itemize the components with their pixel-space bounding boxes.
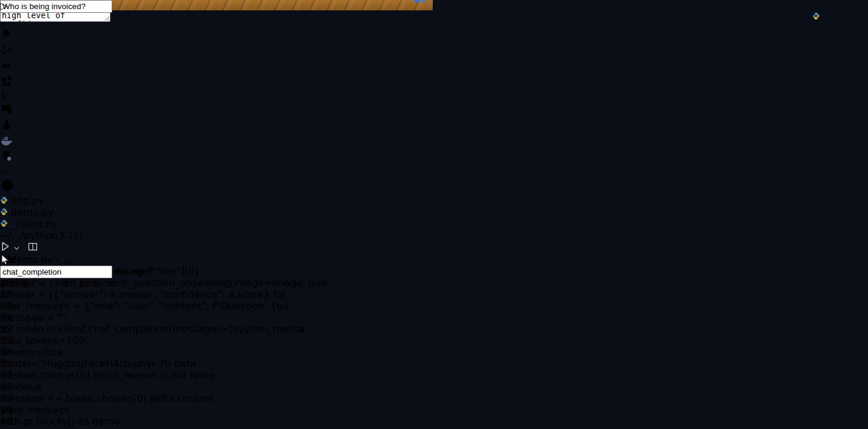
split-editor-button[interactable] xyxy=(28,242,38,252)
code-line[interactable]: if token.choices[0].finish_reason is not… xyxy=(0,369,327,381)
mouse-cursor xyxy=(0,254,11,267)
match-case-icon[interactable]: Aa xyxy=(115,266,128,277)
tab-demo-py[interactable]: demo.py xyxy=(0,207,85,218)
tab-app-py[interactable]: app.py xyxy=(0,195,87,207)
previous-match-icon[interactable]: ↑ xyxy=(63,278,70,290)
find-results-count: 1 of 1 xyxy=(0,278,28,290)
tab-label: demo.py xyxy=(11,207,53,218)
run-dropdown-chevron-icon[interactable] xyxy=(13,245,20,252)
chat-input[interactable] xyxy=(0,0,112,13)
code-line[interactable]: with gr.Blocks() as demo: xyxy=(0,416,327,427)
code-line[interactable]: message += token.choices[0].delta.conten… xyxy=(0,393,327,404)
code-line[interactable]: message = "" xyxy=(0,312,327,323)
browser-icon-fragment xyxy=(422,0,426,2)
code-line[interactable]: continue xyxy=(0,381,327,393)
code-line[interactable]: yield message xyxy=(0,404,327,416)
python-icon-partial-tab[interactable] xyxy=(812,12,820,20)
send-button[interactable]: ▷ xyxy=(0,0,7,12)
python-icon xyxy=(0,196,8,204)
find-input[interactable] xyxy=(0,266,112,278)
code-line[interactable]: answer = [{"answer": a.answer, "confiden… xyxy=(0,289,327,300)
tab-label: _client.py xyxy=(11,218,58,230)
screen: Response With an extremely high level of… xyxy=(0,0,868,429)
regex-icon[interactable]: .* xyxy=(146,266,154,277)
close-find-icon[interactable]: × xyxy=(107,278,115,290)
python-icon xyxy=(0,208,8,216)
next-match-icon[interactable]: ↓ xyxy=(78,278,86,290)
code-line[interactable]: max_tokens=100, xyxy=(0,335,327,346)
tab-label: app.py xyxy=(11,195,44,207)
find-in-selection-icon[interactable]: ≡ xyxy=(92,278,100,290)
desktop-gap xyxy=(433,0,438,429)
find-widget: › Aa ab .* 1 of 1 ↑ ↓ ≡ × xyxy=(0,254,154,290)
whole-word-icon[interactable]: ab xyxy=(131,266,143,277)
run-file-button[interactable] xyxy=(0,241,10,252)
code-line[interactable]: stream=True, xyxy=(0,346,327,358)
tab-description: ~/.../python3.11/... xyxy=(0,230,92,241)
code-line[interactable]: for token in client.chat_completion(mess… xyxy=(0,323,327,335)
code-line[interactable]: user_message = {"role": "user", "content… xyxy=(0,300,327,312)
python-icon xyxy=(0,219,8,227)
tab-client-py[interactable]: _client.py ~/.../python3.11/... xyxy=(0,218,146,241)
find-input-wrap: Aa ab .* xyxy=(0,266,154,278)
code-line[interactable]: model="HuggingFaceH4/zephyr-7b-beta xyxy=(0,358,327,369)
browser-icon-fragment xyxy=(415,0,420,2)
